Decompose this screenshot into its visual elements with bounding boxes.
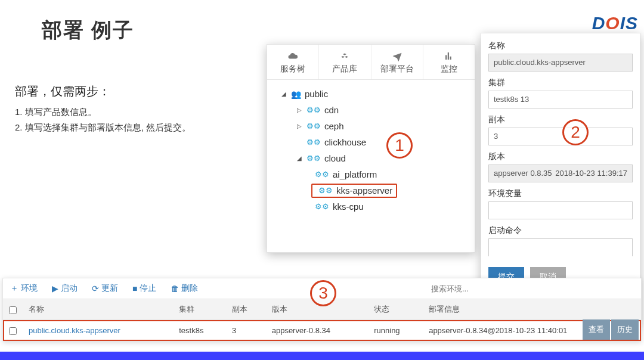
cubes-icon [339,51,351,61]
service-tree-panel: 服务树 产品库 部署平台 监控 ◢👥public ▷⚙⚙cdn ▷⚙⚙ceph … [267,44,475,253]
tree-node-kks-appserver[interactable]: ⚙⚙kks-appserver [311,182,466,198]
label-name: 名称 [488,41,633,51]
input-start-cmd[interactable] [488,238,633,256]
tab-deploy-platform-label: 部署平台 [380,64,414,73]
plane-icon [391,51,403,61]
logo-i: I [620,13,626,33]
tree-node-kks-cpu[interactable]: ⚙⚙kks-cpu [311,198,466,215]
cell-version: appserver-0.8.34 [266,320,369,342]
intro-step-1: 1. 填写产品数信息。 [15,104,191,120]
input-name[interactable]: public.cloud.kks-appserver [488,54,633,72]
row-checkbox[interactable] [9,327,17,335]
history-button[interactable]: 历史 [611,319,639,340]
tree-node-cloud[interactable]: ◢⚙⚙cloud [296,150,466,166]
tree-label: clickhouse [324,137,366,147]
gears-icon: ⚙⚙ [306,138,321,147]
action-label: 环境 [21,283,38,294]
gears-icon: ⚙⚙ [306,154,321,163]
tree-label: cdn [324,105,339,115]
tab-product-lib[interactable]: 产品库 [319,45,371,79]
input-replica[interactable]: 3 [488,128,633,145]
tree-view[interactable]: ◢👥public ▷⚙⚙cdn ▷⚙⚙ceph ⚙⚙clickhouse ◢⚙⚙… [267,80,475,221]
tab-monitor[interactable]: 监控 [423,45,475,79]
action-label: 启动 [61,283,78,294]
refresh-icon: ⟳ [92,284,99,293]
gears-icon: ⚙⚙ [315,202,329,211]
label-replica: 副本 [488,114,633,125]
input-version[interactable]: appserver 0.8.35 2018-10-23 11:39:17 [488,165,633,182]
refresh-button[interactable]: ⟳更新 [92,283,118,294]
logo-s: S [626,13,638,33]
input-env[interactable] [488,201,633,219]
tree-label: ai_platform [333,169,377,179]
tree-label: public [305,89,328,99]
play-icon: ▶ [52,284,58,293]
cell-status: running [368,320,423,342]
chart-icon [443,51,455,61]
logo-dois: DOIS [592,13,638,33]
th-status[interactable]: 状态 [368,299,423,320]
th-replica[interactable]: 副本 [226,299,266,320]
top-toolbar: 服务树 产品库 部署平台 监控 [267,45,475,80]
gears-icon: ⚙⚙ [306,122,321,131]
th-deploy-info[interactable]: 部署信息 [423,299,641,320]
delete-button[interactable]: 🗑删除 [171,283,198,294]
tree-label: ceph [324,121,344,131]
th-cluster[interactable]: 集群 [173,299,226,320]
cloud-icon [287,51,299,61]
input-cluster[interactable]: testk8s 13 [488,91,633,108]
stop-button[interactable]: ■停止 [132,283,156,294]
version-time: 2018-10-23 11:39:17 [555,169,627,178]
logo-d: D [592,13,606,33]
tree-label: kks-appserver [336,185,392,195]
tab-service-tree-label: 服务树 [280,64,305,73]
trash-icon: 🗑 [171,284,179,293]
cell-name[interactable]: public.cloud.kks-appserver [23,320,173,342]
gears-icon: ⚙⚙ [318,186,333,195]
gears-icon: ⚙⚙ [306,105,321,114]
tab-service-tree[interactable]: 服务树 [267,45,319,79]
people-icon: 👥 [291,89,301,99]
tab-deploy-platform[interactable]: 部署平台 [371,45,423,79]
annotation-circle-1: 1 [386,132,413,159]
start-button[interactable]: ▶启动 [52,283,78,294]
intro-step-2: 2. 填写选择集群与部署版本信息, 然后提交。 [15,120,191,135]
tree-node-ai-platform[interactable]: ⚙⚙ai_platform [311,166,466,182]
page-title: 部署 例子 [42,17,134,44]
cell-replica: 3 [226,320,266,342]
label-start-cmd: 启动命令 [488,225,633,236]
view-button[interactable]: 查看 [583,319,610,340]
tab-monitor-label: 监控 [441,64,457,73]
label-cluster: 集群 [488,77,633,88]
action-label: 删除 [181,283,198,294]
action-label: 更新 [101,283,118,294]
version-name: appserver 0.8.35 [494,169,552,178]
tree-label: kks-cpu [333,201,364,212]
row-action-buttons: 查看 历史 [581,319,639,340]
cell-cluster: testk8s [173,320,226,342]
tab-product-lib-label: 产品库 [332,64,357,73]
tree-node-clickhouse[interactable]: ⚙⚙clickhouse [296,134,466,150]
annotation-circle-3: 3 [310,280,336,306]
annotation-circle-2: 2 [562,119,589,145]
add-env-button[interactable]: ＋环境 [10,283,38,294]
tree-node-cdn[interactable]: ▷⚙⚙cdn [296,102,466,118]
label-env: 环境变量 [488,188,633,199]
tree-node-public[interactable]: ◢👥public [280,86,466,102]
tree-label: cloud [324,153,346,163]
gears-icon: ⚙⚙ [315,170,329,179]
label-version: 版本 [488,151,633,162]
logo-o: O [605,13,620,33]
tree-node-ceph[interactable]: ▷⚙⚙ceph [296,118,466,134]
plus-icon: ＋ [10,283,18,294]
select-all-checkbox[interactable] [9,306,17,314]
stop-icon: ■ [132,284,137,293]
footer-bar [0,352,644,360]
intro-heading: 部署，仅需两步： [15,83,191,100]
search-input[interactable] [431,284,527,293]
table-row[interactable]: public.cloud.kks-appserver testk8s 3 app… [3,320,641,342]
intro-block: 部署，仅需两步： 1. 填写产品数信息。 2. 填写选择集群与部署版本信息, 然… [15,83,191,135]
action-label: 停止 [140,283,156,294]
th-name[interactable]: 名称 [23,299,173,320]
